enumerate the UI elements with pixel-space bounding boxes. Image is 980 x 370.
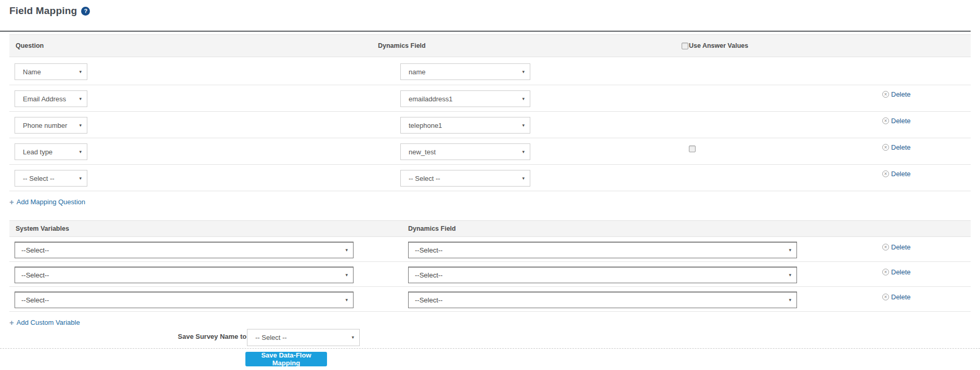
- dropdown-arrow-icon: ▾: [522, 150, 530, 154]
- dropdown-arrow-icon: ▾: [522, 123, 530, 128]
- system-variable-row: --Select-- ▾ --Select-- ▾ × Delete: [9, 237, 971, 262]
- header-use-answer-values: Use Answer Values: [682, 42, 748, 49]
- dropdown-arrow-icon: ▾: [789, 248, 796, 253]
- system-variable-select[interactable]: --Select-- ▾: [15, 292, 354, 308]
- dropdown-arrow-icon: ▾: [79, 176, 87, 181]
- question-select[interactable]: Phone number ▾: [15, 117, 87, 134]
- delete-circle-icon: ×: [882, 91, 889, 98]
- save-survey-name-label: Save Survey Name to :: [178, 333, 251, 340]
- dynamics-field-select[interactable]: new_test ▾: [400, 143, 530, 160]
- dynamics-field-select[interactable]: telephone1 ▾: [400, 117, 530, 134]
- plus-icon: +: [9, 319, 14, 326]
- system-variable-row: --Select-- ▾ --Select-- ▾ × Delete: [9, 262, 971, 287]
- dynamics-field-select[interactable]: --Select-- ▾: [408, 242, 797, 258]
- delete-circle-icon: ×: [882, 117, 889, 124]
- dropdown-arrow-icon: ▾: [522, 70, 530, 74]
- field-mapping-page: Field Mapping ? Question Dynamics Field …: [0, 0, 980, 370]
- add-custom-variable-link[interactable]: + Add Custom Variable: [9, 319, 80, 326]
- dropdown-arrow-icon: ▾: [522, 97, 530, 101]
- dropdown-arrow-icon: ▾: [345, 248, 353, 253]
- system-variable-select[interactable]: --Select-- ▾: [15, 242, 354, 258]
- mapping-row: Name ▾ name ▾: [9, 57, 971, 85]
- dashed-divider: [0, 348, 980, 349]
- dropdown-arrow-icon: ▾: [522, 176, 530, 181]
- dropdown-arrow-icon: ▾: [789, 298, 796, 302]
- dropdown-arrow-icon: ▾: [345, 298, 353, 302]
- delete-row-link[interactable]: × Delete: [882, 143, 911, 151]
- dynamics-field-select[interactable]: emailaddress1 ▾: [400, 90, 530, 107]
- page-title: Field Mapping: [9, 5, 77, 17]
- header-dynamics-field: Dynamics Field: [378, 42, 426, 49]
- question-select[interactable]: Email Address ▾: [15, 90, 87, 107]
- delete-row-link[interactable]: × Delete: [882, 117, 911, 125]
- header-question: Question: [16, 42, 44, 49]
- question-table-header: Question Dynamics Field Use Answer Value…: [9, 34, 971, 57]
- use-answer-values-row-checkbox[interactable]: [689, 146, 696, 152]
- system-variable-row: --Select-- ▾ --Select-- ▾ × Delete: [9, 287, 971, 312]
- delete-circle-icon: ×: [882, 144, 889, 151]
- dynamics-field-select[interactable]: -- Select -- ▾: [400, 170, 530, 187]
- header-dynamics-field: Dynamics Field: [408, 225, 456, 232]
- delete-row-link[interactable]: × Delete: [882, 293, 911, 301]
- question-select[interactable]: Lead type ▾: [15, 143, 87, 160]
- delete-circle-icon: ×: [882, 244, 889, 250]
- dropdown-arrow-icon: ▾: [345, 273, 353, 278]
- system-variables-table: System Variables Dynamics Field --Select…: [9, 220, 971, 312]
- use-answer-values-checkbox[interactable]: [682, 43, 688, 49]
- dropdown-arrow-icon: ▾: [351, 335, 359, 340]
- dropdown-arrow-icon: ▾: [79, 150, 87, 154]
- delete-row-link[interactable]: × Delete: [882, 170, 911, 178]
- header-system-variables: System Variables: [16, 225, 69, 232]
- add-mapping-question-link[interactable]: + Add Mapping Question: [9, 198, 85, 206]
- plus-icon: +: [9, 198, 14, 206]
- mapping-row: -- Select -- ▾ -- Select -- ▾ × Delete: [9, 165, 971, 191]
- dropdown-arrow-icon: ▾: [79, 70, 87, 74]
- save-survey-name-select[interactable]: -- Select -- ▾: [247, 329, 360, 346]
- system-variable-select[interactable]: --Select-- ▾: [15, 267, 354, 283]
- dropdown-arrow-icon: ▾: [79, 97, 87, 101]
- delete-circle-icon: ×: [882, 170, 889, 177]
- dynamics-field-select[interactable]: --Select-- ▾: [408, 267, 797, 283]
- use-answer-values-label: Use Answer Values: [689, 42, 748, 49]
- mapping-row: Phone number ▾ telephone1 ▾ × Delete: [9, 112, 971, 138]
- mapping-row: Lead type ▾ new_test ▾ × Delete: [9, 138, 971, 165]
- dynamics-field-select[interactable]: name ▾: [400, 63, 530, 80]
- question-mapping-table: Question Dynamics Field Use Answer Value…: [9, 34, 971, 191]
- dynamics-field-select[interactable]: --Select-- ▾: [408, 292, 797, 308]
- question-select[interactable]: Name ▾: [15, 63, 87, 80]
- page-header: Field Mapping ?: [9, 5, 90, 17]
- delete-row-link[interactable]: × Delete: [882, 243, 911, 251]
- mapping-row: Email Address ▾ emailaddress1 ▾ × Delete: [9, 85, 971, 112]
- title-divider: [0, 31, 971, 32]
- delete-circle-icon: ×: [882, 294, 889, 300]
- delete-circle-icon: ×: [882, 269, 889, 275]
- question-select[interactable]: -- Select -- ▾: [15, 170, 87, 187]
- dropdown-arrow-icon: ▾: [789, 273, 796, 278]
- delete-row-link[interactable]: × Delete: [882, 90, 911, 98]
- system-table-header: System Variables Dynamics Field: [9, 220, 971, 237]
- dropdown-arrow-icon: ▾: [79, 123, 87, 128]
- save-data-flow-mapping-button[interactable]: Save Data-Flow Mapping: [245, 352, 327, 366]
- help-icon[interactable]: ?: [81, 7, 90, 16]
- delete-row-link[interactable]: × Delete: [882, 268, 911, 276]
